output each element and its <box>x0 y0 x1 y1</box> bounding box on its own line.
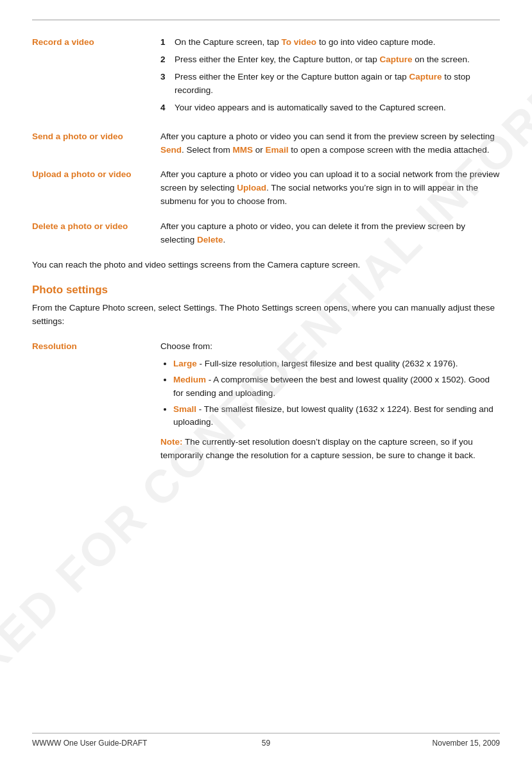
footer-center: 59 <box>262 739 270 748</box>
footer: WWWW One User Guide-DRAFT 59 November 15… <box>32 733 500 748</box>
record-step-1: 1 On the Capture screen, tap To video to… <box>160 36 500 49</box>
resolution-term: Resolution <box>32 340 160 463</box>
upload-photo-body: After you capture a photo or video you c… <box>160 168 500 209</box>
record-step-3: 3 Press either the Enter key or the Capt… <box>160 71 500 98</box>
choose-from-label: Choose from: <box>160 340 500 354</box>
record-video-body: 1 On the Capture screen, tap To video to… <box>160 36 500 119</box>
send-photo-body: After you capture a photo or video you c… <box>160 130 500 157</box>
resolution-body: Choose from: Large - Full-size resolutio… <box>160 340 500 463</box>
upload-photo-section: Upload a photo or video After you captur… <box>32 168 500 209</box>
page: PREPARED FOR CONFIDENTIAL INFORMATION Re… <box>0 0 532 763</box>
resolution-section: Resolution Choose from: Large - Full-siz… <box>32 340 500 463</box>
resolution-medium: Medium - A compromise between the best a… <box>173 373 500 400</box>
record-video-section: Record a video 1 On the Capture screen, … <box>32 36 500 119</box>
footer-left: WWWW One User Guide-DRAFT <box>32 739 147 748</box>
send-photo-term: Send a photo or video <box>32 130 160 157</box>
record-video-list: 1 On the Capture screen, tap To video to… <box>160 36 500 115</box>
resolution-note: Note: The currently-set resolution doesn… <box>160 436 500 463</box>
record-step-4: 4 Your video appears and is automaticall… <box>160 101 500 115</box>
photo-settings-heading: Photo settings <box>32 284 500 296</box>
resolution-large: Large - Full-size resolution, largest fi… <box>173 357 500 371</box>
settings-intro-para: You can reach the photo and video settin… <box>32 259 500 272</box>
photo-settings-intro: From the Capture Photo screen, select Se… <box>32 302 500 329</box>
top-border <box>32 19 500 21</box>
record-step-2: 2 Press either the Enter key, the Captur… <box>160 53 500 67</box>
delete-photo-term: Delete a photo or video <box>32 220 160 247</box>
upload-photo-term: Upload a photo or video <box>32 168 160 209</box>
footer-right: November 15, 2009 <box>433 739 500 748</box>
resolution-list: Large - Full-size resolution, largest fi… <box>173 357 500 430</box>
delete-photo-body: After you capture a photo or video, you … <box>160 220 500 247</box>
delete-photo-section: Delete a photo or video After you captur… <box>32 220 500 247</box>
resolution-small: Small - The smallest filesize, but lowes… <box>173 403 500 430</box>
record-video-term: Record a video <box>32 36 160 119</box>
send-photo-section: Send a photo or video After you capture … <box>32 130 500 157</box>
